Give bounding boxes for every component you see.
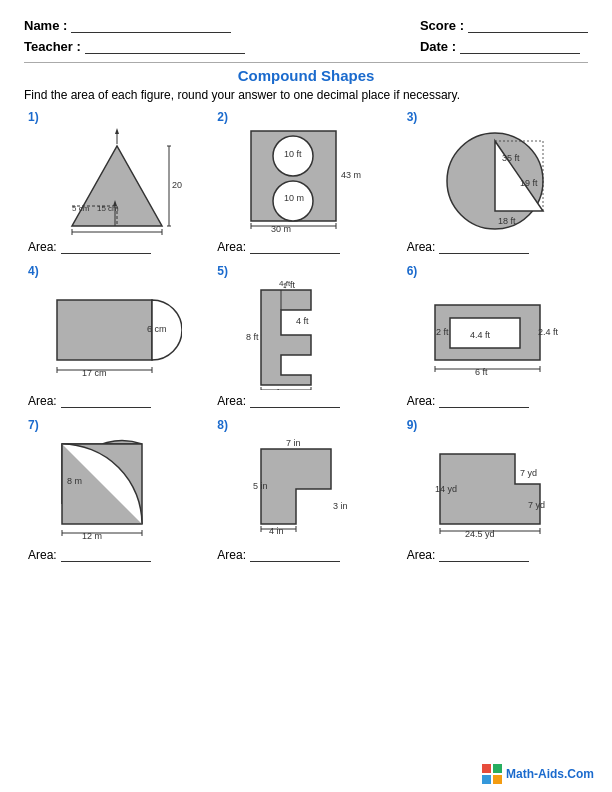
- problem-6: 6) 2.4 ft 4.4 ft 2 ft 6 ft: [403, 262, 588, 410]
- problem-5-num: 5): [217, 264, 228, 278]
- problem-5: 5) 8 ft ↕ ft 4 ft 6 ft ↕: [213, 262, 398, 410]
- problem-3: 3) 35 ft 19 ft 18 ft Area:: [403, 108, 588, 256]
- area-label-3: Area:: [407, 240, 436, 254]
- area-label-7: Area:: [28, 548, 57, 562]
- svg-text:5 cm: 5 cm: [72, 204, 90, 213]
- score-label: Score :: [420, 18, 464, 33]
- area-answer-9[interactable]: [439, 548, 529, 562]
- divider: [24, 62, 588, 63]
- problem-8: 8) 7 in 5 in 3 in 4 in Area:: [213, 416, 398, 564]
- svg-7: 8 m 12 m: [52, 434, 182, 544]
- svg-rect-82: [482, 764, 491, 773]
- svg-8: 7 in 5 in 3 in 4 in: [241, 434, 371, 544]
- svg-rect-83: [493, 764, 502, 773]
- problems-grid: 1) 20 cm 20 cm 15 cm: [24, 108, 588, 564]
- area-answer-6[interactable]: [439, 394, 529, 408]
- math-aids-logo: [482, 764, 502, 784]
- svg-text:4 ft: 4 ft: [296, 316, 309, 326]
- svg-1: 20 cm 20 cm 15 cm 5 cm: [52, 126, 182, 236]
- problem-1: 1) 20 cm 20 cm 15 cm: [24, 108, 209, 256]
- area-label-5: Area:: [217, 394, 246, 408]
- figure-2: 10 ft 10 m 43 m 30 m: [217, 126, 394, 236]
- svg-text:20 cm: 20 cm: [172, 180, 182, 190]
- problem-1-num: 1): [28, 110, 39, 124]
- area-line-2: Area:: [217, 240, 340, 254]
- area-label-9: Area:: [407, 548, 436, 562]
- problem-7-num: 7): [28, 418, 39, 432]
- page-title: Compound Shapes: [24, 67, 588, 84]
- svg-text:8 ft: 8 ft: [246, 332, 259, 342]
- svg-text:19 ft: 19 ft: [520, 178, 538, 188]
- svg-marker-66: [261, 449, 331, 524]
- area-answer-5[interactable]: [250, 394, 340, 408]
- teacher-underline[interactable]: [85, 40, 245, 54]
- footer-text: Math-Aids.Com: [506, 767, 594, 781]
- svg-text:7 yd: 7 yd: [528, 500, 545, 510]
- problem-3-num: 3): [407, 110, 418, 124]
- svg-text:14 yd: 14 yd: [435, 484, 457, 494]
- svg-text:7 yd: 7 yd: [520, 468, 537, 478]
- area-line-9: Area:: [407, 548, 530, 562]
- figure-1: 20 cm 20 cm 15 cm 5 cm: [28, 126, 205, 236]
- problem-9-num: 9): [407, 418, 418, 432]
- score-field: Score :: [420, 18, 588, 33]
- svg-text:2.4 ft: 2.4 ft: [538, 327, 559, 337]
- problem-2: 2) 10 ft 10 m 43 m 30 m: [213, 108, 398, 256]
- name-field: Name :: [24, 18, 245, 33]
- svg-6: 2.4 ft 4.4 ft 2 ft 6 ft: [430, 280, 560, 390]
- area-line-5: Area:: [217, 394, 340, 408]
- figure-9: 14 yd 7 yd 7 yd 24.5 yd: [407, 434, 584, 544]
- area-answer-1[interactable]: [61, 240, 151, 254]
- svg-text:10 ft: 10 ft: [284, 149, 302, 159]
- area-answer-2[interactable]: [250, 240, 340, 254]
- area-label-1: Area:: [28, 240, 57, 254]
- svg-marker-40: [261, 290, 311, 385]
- svg-text:43 m: 43 m: [341, 170, 361, 180]
- svg-text:4.4 ft: 4.4 ft: [470, 330, 491, 340]
- problem-6-num: 6): [407, 264, 418, 278]
- header: Name : Teacher : Score : Date :: [24, 18, 588, 54]
- svg-text:4 ft: 4 ft: [279, 280, 291, 288]
- svg-text:5 in: 5 in: [253, 481, 268, 491]
- instructions: Find the area of each figure, round your…: [24, 88, 588, 102]
- svg-text:20 cm: 20 cm: [97, 234, 122, 236]
- page: Name : Teacher : Score : Date : Compound…: [0, 0, 612, 792]
- svg-text:10 m: 10 m: [284, 193, 304, 203]
- name-underline[interactable]: [71, 19, 231, 33]
- svg-text:7 in: 7 in: [286, 438, 301, 448]
- svg-2: 10 ft 10 m 43 m 30 m: [241, 126, 371, 236]
- teacher-field: Teacher :: [24, 39, 245, 54]
- teacher-label: Teacher :: [24, 39, 81, 54]
- svg-rect-84: [482, 775, 491, 784]
- svg-5: 8 ft ↕ ft 4 ft 6 ft ↕ 4 ft: [241, 280, 371, 390]
- problem-4: 4) 6 cm 17 cm Area:: [24, 262, 209, 410]
- area-line-1: Area:: [28, 240, 151, 254]
- area-label-8: Area:: [217, 548, 246, 562]
- svg-text:6 cm: 6 cm: [147, 324, 167, 334]
- area-answer-7[interactable]: [61, 548, 151, 562]
- area-answer-4[interactable]: [61, 394, 151, 408]
- header-right: Score : Date :: [420, 18, 588, 54]
- svg-text:35 ft: 35 ft: [502, 153, 520, 163]
- figure-5: 8 ft ↕ ft 4 ft 6 ft ↕ 4 ft: [217, 280, 394, 390]
- date-field: Date :: [420, 39, 588, 54]
- problem-7: 7) 8 m 12 m: [24, 416, 209, 564]
- svg-text:8 m: 8 m: [67, 476, 82, 486]
- area-line-6: Area:: [407, 394, 530, 408]
- area-answer-3[interactable]: [439, 240, 529, 254]
- footer: Math-Aids.Com: [482, 764, 594, 784]
- score-underline[interactable]: [468, 19, 588, 33]
- svg-text:2 ft: 2 ft: [436, 327, 449, 337]
- figure-7: 8 m 12 m: [28, 434, 205, 544]
- date-underline[interactable]: [460, 40, 580, 54]
- area-answer-8[interactable]: [250, 548, 340, 562]
- figure-4: 6 cm 17 cm: [28, 280, 205, 390]
- svg-9: 14 yd 7 yd 7 yd 24.5 yd: [430, 434, 560, 544]
- area-line-4: Area:: [28, 394, 151, 408]
- svg-4: 6 cm 17 cm: [52, 280, 182, 390]
- area-label-6: Area:: [407, 394, 436, 408]
- header-left: Name : Teacher :: [24, 18, 245, 54]
- svg-text:4 in: 4 in: [269, 526, 284, 536]
- date-label: Date :: [420, 39, 456, 54]
- svg-rect-85: [493, 775, 502, 784]
